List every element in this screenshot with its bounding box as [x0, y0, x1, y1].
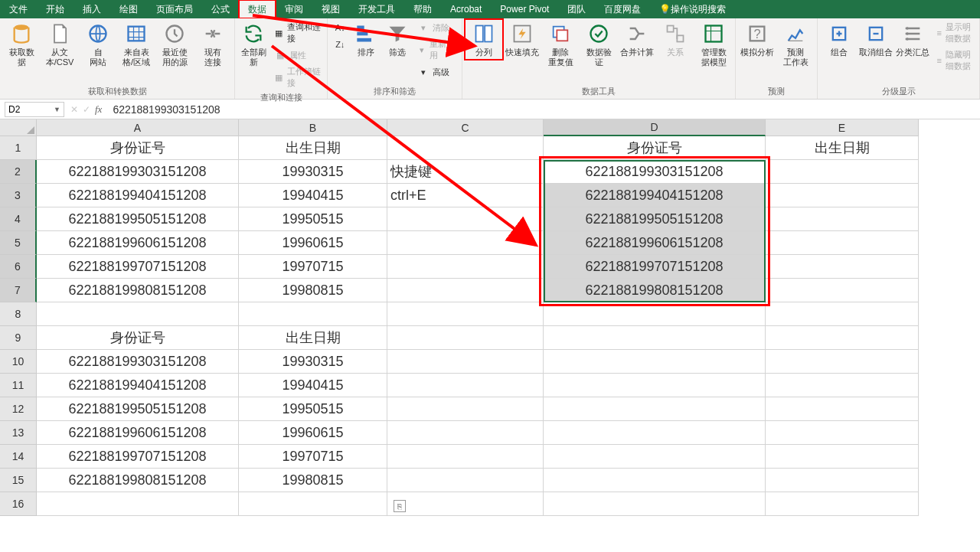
row-header[interactable]: 1: [0, 136, 37, 160]
cell-B13[interactable]: 19960615: [239, 421, 387, 445]
tell-me-search[interactable]: 💡 操作说明搜索: [650, 0, 735, 18]
cell-C7[interactable]: [387, 279, 544, 302]
cell-E13[interactable]: [766, 421, 919, 445]
cell-E4[interactable]: [766, 207, 919, 231]
get-data-btn-4[interactable]: 最近使 用的源: [156, 20, 193, 69]
cell-B10[interactable]: 19930315: [239, 350, 387, 374]
cell-E3[interactable]: [766, 184, 919, 207]
data-tool-btn-6[interactable]: 管理数 据模型: [695, 20, 732, 69]
cell-C10[interactable]: [387, 350, 544, 374]
tab-文件[interactable]: 文件: [0, 0, 37, 18]
tab-视图[interactable]: 视图: [312, 0, 349, 18]
cell-D1[interactable]: 身份证号: [544, 136, 766, 160]
get-data-btn-5[interactable]: 现有 连接: [194, 20, 231, 69]
row-header[interactable]: 5: [0, 231, 37, 255]
cell-B16[interactable]: [239, 492, 387, 516]
get-data-btn-3[interactable]: 来自表 格/区域: [118, 20, 155, 69]
tab-帮助[interactable]: 帮助: [404, 0, 441, 18]
cell-B6[interactable]: 19970715: [239, 255, 387, 279]
confirm-icon[interactable]: ✓: [83, 104, 90, 115]
cell-D6[interactable]: 622188199707151208: [544, 255, 766, 279]
cell-A10[interactable]: 622188199303151208: [37, 350, 239, 374]
cell-B3[interactable]: 19940415: [239, 184, 387, 207]
cell-A11[interactable]: 622188199404151208: [37, 374, 239, 397]
cell-B12[interactable]: 19950515: [239, 397, 387, 421]
cell-E2[interactable]: [766, 160, 919, 184]
row-header[interactable]: 6: [0, 255, 37, 279]
filter-button[interactable]: 筛选: [383, 20, 413, 59]
row-header[interactable]: 2: [0, 160, 37, 184]
cell-C11[interactable]: [387, 374, 544, 397]
cell-E8[interactable]: [766, 302, 919, 326]
sort-button[interactable]: 排序: [351, 20, 381, 59]
cell-A1[interactable]: 身份证号: [37, 136, 239, 160]
cell-B1[interactable]: 出生日期: [239, 136, 387, 160]
cell-E6[interactable]: [766, 255, 919, 279]
tab-公式[interactable]: 公式: [202, 0, 239, 18]
row-header[interactable]: 14: [0, 445, 37, 469]
row-header[interactable]: 3: [0, 184, 37, 207]
tab-开始[interactable]: 开始: [37, 0, 74, 18]
get-data-btn-0[interactable]: 获取数 据: [3, 20, 40, 69]
tab-百度网盘[interactable]: 百度网盘: [595, 0, 650, 18]
cell-B15[interactable]: 19980815: [239, 469, 387, 492]
cell-E11[interactable]: [766, 374, 919, 397]
col-header-D[interactable]: D: [544, 119, 766, 136]
tab-绘图[interactable]: 绘图: [110, 0, 147, 18]
cell-A7[interactable]: 622188199808151208: [37, 279, 239, 302]
cell-C12[interactable]: [387, 397, 544, 421]
cell-A8[interactable]: [37, 302, 239, 326]
col-header-A[interactable]: A: [37, 119, 239, 136]
cell-E15[interactable]: [766, 469, 919, 492]
cell-E10[interactable]: [766, 350, 919, 374]
col-header-B[interactable]: B: [239, 119, 387, 136]
row-header[interactable]: 13: [0, 421, 37, 445]
tab-团队[interactable]: 团队: [558, 0, 595, 18]
cell-B11[interactable]: 19940415: [239, 374, 387, 397]
cell-D14[interactable]: [544, 445, 766, 469]
cell-E1[interactable]: 出生日期: [766, 136, 919, 160]
cell-A2[interactable]: 622188199303151208: [37, 160, 239, 184]
cell-A15[interactable]: 622188199808151208: [37, 469, 239, 492]
cell-E9[interactable]: [766, 326, 919, 350]
cell-E7[interactable]: [766, 279, 919, 302]
cell-A16[interactable]: [37, 492, 239, 516]
tab-插入[interactable]: 插入: [74, 0, 110, 18]
cell-D9[interactable]: [544, 326, 766, 350]
col-header-E[interactable]: E: [766, 119, 919, 136]
row-header[interactable]: 12: [0, 397, 37, 421]
cell-A4[interactable]: 622188199505151208: [37, 207, 239, 231]
forecast-btn-0[interactable]: ?模拟分析: [739, 20, 776, 59]
cell-D8[interactable]: [544, 302, 766, 326]
cell-E16[interactable]: [766, 492, 919, 516]
tab-开发工具[interactable]: 开发工具: [349, 0, 404, 18]
outline-btn-1[interactable]: 取消组合: [858, 20, 894, 59]
filter-item-2[interactable]: ▾高级: [414, 64, 459, 80]
cell-C15[interactable]: [387, 469, 544, 492]
cell-C5[interactable]: [387, 231, 544, 255]
cell-B5[interactable]: 19960615: [239, 231, 387, 255]
row-header[interactable]: 9: [0, 326, 37, 350]
data-tool-btn-2[interactable]: 删除 重复值: [542, 20, 579, 69]
cell-D15[interactable]: [544, 469, 766, 492]
tab-数据[interactable]: 数据: [239, 0, 276, 18]
refresh-all-button[interactable]: 全部刷新: [238, 20, 270, 69]
cell-B7[interactable]: 19980815: [239, 279, 387, 302]
cell-A14[interactable]: 622188199707151208: [37, 445, 239, 469]
cell-D11[interactable]: [544, 374, 766, 397]
cell-C16[interactable]: [387, 492, 544, 516]
cell-D2[interactable]: 622188199303151208: [544, 160, 766, 184]
outline-btn-2[interactable]: 分类汇总: [894, 20, 931, 59]
name-box[interactable]: D2 ▼: [5, 102, 64, 117]
get-data-btn-2[interactable]: 自 网站: [80, 20, 116, 69]
row-header[interactable]: 16: [0, 492, 37, 516]
fx-icon[interactable]: fx: [95, 103, 102, 116]
data-tool-btn-4[interactable]: 合并计算: [619, 20, 655, 59]
cell-C13[interactable]: [387, 421, 544, 445]
cell-A6[interactable]: 622188199707151208: [37, 255, 239, 279]
data-tool-btn-1[interactable]: 快速填充: [504, 20, 541, 59]
cell-D13[interactable]: [544, 421, 766, 445]
sort-za-button[interactable]: Z↓: [331, 37, 349, 52]
cell-E5[interactable]: [766, 231, 919, 255]
cell-B2[interactable]: 19930315: [239, 160, 387, 184]
